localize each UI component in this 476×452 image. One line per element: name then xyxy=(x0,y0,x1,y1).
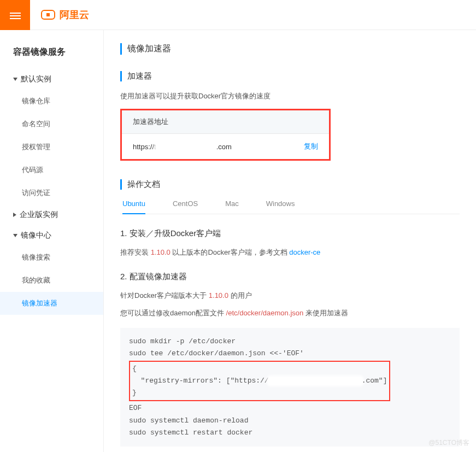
accelerator-address-box: 加速器地址 https://t.com 复制 xyxy=(120,109,331,161)
brand-icon xyxy=(41,10,55,20)
nav-item-code-source[interactable]: 代码源 xyxy=(0,159,103,181)
nav-item-image-search[interactable]: 镜像搜索 xyxy=(0,246,103,269)
code-highlight-box: { "registry-mirrors": ["https://.com"] } xyxy=(129,361,390,401)
nav-group-image-center[interactable]: 镜像中心 xyxy=(0,225,103,246)
nav-item-accelerator[interactable]: 镜像加速器 xyxy=(0,292,103,315)
caret-right-icon xyxy=(13,213,16,217)
accelerator-url: https://t.com xyxy=(133,143,232,151)
nav-item-image-repo[interactable]: 镜像仓库 xyxy=(0,90,103,113)
accelerator-desc: 使用加速器可以提升获取Docker官方镜像的速度 xyxy=(120,91,460,101)
page-title: 镜像加速器 xyxy=(120,43,460,55)
docs-heading: 操作文档 xyxy=(120,179,460,190)
brand-logo[interactable]: 阿里云 xyxy=(41,8,89,21)
step2-line1: 针对Docker客户端版本大于 1.10.0 的用户 xyxy=(120,291,460,301)
watermark: @51CTO博客 xyxy=(428,438,469,448)
step2-line2: 您可以通过修改daemon配置文件 /etc/docker/daemon.jso… xyxy=(120,308,460,318)
step1-title: 1. 安装／升级Docker客户端 xyxy=(120,228,460,239)
tab-ubuntu[interactable]: Ubuntu xyxy=(122,199,145,214)
nav-group-default-instance[interactable]: 默认实例 xyxy=(0,69,103,90)
step2-title: 2. 配置镜像加速器 xyxy=(120,272,460,282)
nav-item-auth[interactable]: 授权管理 xyxy=(0,136,103,159)
nav-item-favorites[interactable]: 我的收藏 xyxy=(0,269,103,292)
accelerator-heading: 加速器 xyxy=(120,71,460,81)
docs-tabs: Ubuntu CentOS Mac Windows xyxy=(120,199,460,214)
caret-down-icon xyxy=(13,234,17,237)
tab-centos[interactable]: CentOS xyxy=(173,199,198,214)
tab-windows[interactable]: Windows xyxy=(266,199,295,214)
copy-button[interactable]: 复制 xyxy=(304,142,318,151)
topbar: 阿里云 xyxy=(0,0,476,30)
nav-group-enterprise[interactable]: 企业版实例 xyxy=(0,204,103,225)
sidebar: 容器镜像服务 默认实例 镜像仓库 命名空间 授权管理 代码源 访问凭证 企业版实… xyxy=(0,30,104,452)
nav-item-access-cred[interactable]: 访问凭证 xyxy=(0,181,103,204)
step1-desc: 推荐安装 1.10.0 以上版本的Docker客户端，参考文档 docker-c… xyxy=(120,248,460,257)
code-block: sudo mkdir -p /etc/docker sudo tee /etc/… xyxy=(120,328,460,447)
brand-text: 阿里云 xyxy=(60,8,89,21)
caret-down-icon xyxy=(13,78,17,81)
tab-mac[interactable]: Mac xyxy=(225,199,239,214)
addr-header: 加速器地址 xyxy=(122,110,329,134)
docker-ce-link[interactable]: docker-ce xyxy=(289,248,320,256)
menu-toggle-button[interactable] xyxy=(0,0,30,30)
nav-item-namespace[interactable]: 命名空间 xyxy=(0,113,103,136)
sidebar-title: 容器镜像服务 xyxy=(0,41,103,69)
hamburger-icon xyxy=(10,11,21,19)
main-content: 镜像加速器 加速器 使用加速器可以提升获取Docker官方镜像的速度 加速器地址… xyxy=(104,30,476,452)
